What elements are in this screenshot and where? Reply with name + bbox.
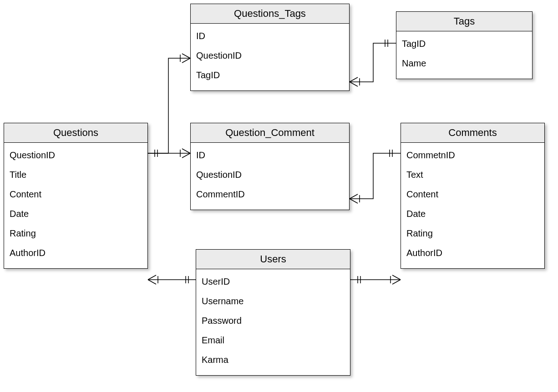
entity-header: Tags xyxy=(396,12,532,31)
entity-header: Question_Comment xyxy=(191,123,349,143)
field: Rating xyxy=(406,224,539,243)
svg-line-8 xyxy=(350,82,358,86)
field: Title xyxy=(10,165,142,185)
field: Content xyxy=(10,185,142,204)
field: ID xyxy=(196,146,344,165)
svg-line-7 xyxy=(350,77,358,82)
svg-line-23 xyxy=(148,280,156,284)
entity-body: ID QuestionID TagID xyxy=(191,24,349,90)
field: AuthorID xyxy=(10,243,142,263)
svg-line-22 xyxy=(148,275,156,280)
field: Date xyxy=(10,204,142,224)
entity-tags: Tags TagID Name xyxy=(396,11,533,79)
svg-line-11 xyxy=(182,149,190,153)
svg-line-16 xyxy=(350,194,358,199)
field: Content xyxy=(406,185,539,204)
entity-body: UserID Username Password Email Karma xyxy=(196,269,350,375)
field: AuthorID xyxy=(406,243,539,263)
field: QuestionID xyxy=(10,146,142,165)
svg-line-17 xyxy=(350,199,358,203)
svg-line-2 xyxy=(182,54,190,58)
entity-questions-tags: Questions_Tags ID QuestionID TagID xyxy=(190,4,350,91)
field: CommetnID xyxy=(406,146,539,165)
svg-line-28 xyxy=(392,275,401,280)
entity-comments: Comments CommetnID Text Content Date Rat… xyxy=(401,123,545,269)
svg-line-29 xyxy=(392,280,401,284)
field: Date xyxy=(406,204,539,224)
field: Text xyxy=(406,165,539,185)
field: ID xyxy=(196,26,344,46)
field: UserID xyxy=(202,272,345,291)
entity-questions: Questions QuestionID Title Content Date … xyxy=(4,123,148,269)
svg-line-3 xyxy=(182,58,190,63)
field: TagID xyxy=(402,34,527,54)
entity-header: Users xyxy=(196,250,350,269)
svg-line-12 xyxy=(182,153,190,158)
field: Username xyxy=(202,291,345,311)
field: Rating xyxy=(10,224,142,243)
entity-body: TagID Name xyxy=(396,31,532,79)
entity-header: Comments xyxy=(401,123,544,143)
field: Name xyxy=(402,54,527,73)
field: Karma xyxy=(202,350,345,370)
entity-users: Users UserID Username Password Email Kar… xyxy=(196,249,350,376)
field: QuestionID xyxy=(196,165,344,185)
entity-body: ID QuestionID CommentID xyxy=(191,143,349,210)
entity-body: QuestionID Title Content Date Rating Aut… xyxy=(4,143,147,268)
entity-header: Questions_Tags xyxy=(191,4,349,24)
field: QuestionID xyxy=(196,46,344,65)
field: Email xyxy=(202,331,345,350)
entity-question-comment: Question_Comment ID QuestionID CommentID xyxy=(190,123,350,210)
field: CommentID xyxy=(196,185,344,204)
entity-body: CommetnID Text Content Date Rating Autho… xyxy=(401,143,544,268)
field: Password xyxy=(202,311,345,331)
field: TagID xyxy=(196,65,344,85)
entity-header: Questions xyxy=(4,123,147,143)
